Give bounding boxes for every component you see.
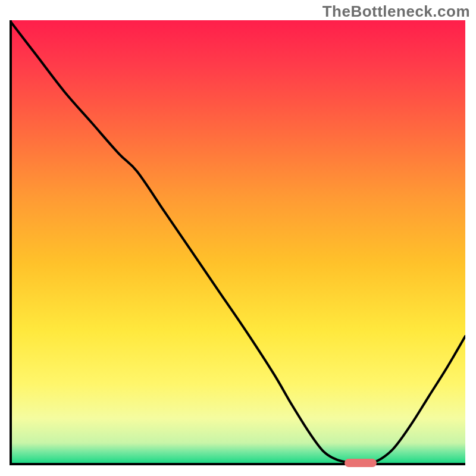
bottleneck-curve-path: [10, 20, 465, 464]
chart-plot-area: [10, 20, 465, 465]
chart-container: TheBottleneck.com: [0, 0, 476, 476]
optimal-range-marker: [345, 459, 377, 467]
watermark-text: TheBottleneck.com: [322, 2, 470, 21]
